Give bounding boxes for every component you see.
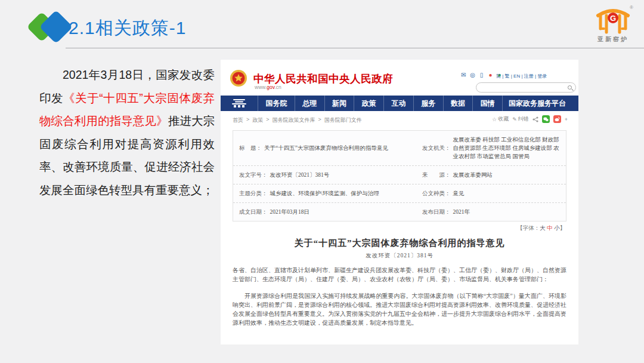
slide-body-text: 2021年3月18日，国家发改委印发《关于“十四五”大宗固体废弃物综合利用的指导… [39, 63, 215, 201]
font-size-medium-button[interactable]: 中 [547, 225, 553, 231]
language-login-links[interactable]: 简 | 繁 | EN | 注册 | 登录 [496, 73, 547, 79]
document-paragraph-recipients: 各省、自治区、直辖市及计划单列市、新疆生产建设兵团发展改革委、科技厅（委）、工信… [233, 266, 566, 284]
nav-item-guowuyuan[interactable]: 国务院 [258, 96, 295, 111]
rss-icon[interactable]: ◎ [469, 72, 476, 78]
font-size-large-button[interactable]: 大 [540, 225, 546, 231]
nav-item-hudong[interactable]: 互动 [383, 96, 413, 111]
nav-item-zongli[interactable]: 总理 [295, 96, 324, 111]
company-logo-text: 亚新窑炉 [589, 35, 637, 44]
meta-value: 关于“十四五”大宗固体废弃物综合利用的指导意见 [264, 144, 388, 152]
meta-label: 标 题： [239, 144, 262, 152]
title-divider [66, 48, 644, 48]
meta-label: 来 源： [422, 171, 451, 179]
meta-label: 发文机关： [422, 144, 451, 152]
nav-item-zhengwu-platform[interactable]: 国家政务服务平台 [502, 96, 578, 111]
kiln-logo-icon: G [595, 5, 631, 35]
meta-value: 2021年03月18日 [270, 208, 310, 216]
wechat-share-icon[interactable] [542, 115, 550, 123]
search-input[interactable] [481, 84, 565, 91]
tiananmen-home-icon[interactable] [221, 96, 258, 111]
page-tools: ☆收藏 ✎纠错 + [492, 115, 568, 123]
meta-row-category: 主题分类：城乡建设、环境保护\环境监测、保护与治理 公文种类：意见 [233, 184, 566, 203]
registered-mark: ® [630, 5, 633, 10]
correction-button[interactable]: ✎纠错 [512, 115, 529, 123]
nav-item-xinwen[interactable]: 新闻 [324, 96, 354, 111]
nav-item-zhengce[interactable]: 政策 [354, 96, 383, 111]
meta-value: 意见 [453, 189, 464, 198]
meta-label: 公文种类： [422, 189, 451, 198]
font-size-small-button[interactable]: 小 [554, 225, 560, 231]
meta-value: 2021年 [453, 208, 470, 216]
favorite-button[interactable]: ☆收藏 [492, 115, 509, 123]
meta-row-number: 发文字号：发改环资〔2021〕381号 来 源：发展改革委网站 [233, 166, 566, 184]
slide: 2.1相关政策-1 ® G 亚新窑炉 2021年3月18日，国家发改委印发《关于… [0, 0, 644, 363]
font-size-widget: 【字体：大 中 小】 [517, 224, 565, 232]
meta-value: 发改环资〔2021〕381号 [270, 171, 330, 179]
meta-value: 发展改革委网站 [453, 171, 493, 179]
site-search [476, 82, 576, 93]
national-emblem-icon [230, 69, 247, 87]
page-title: 2.1相关政策-1 [69, 16, 186, 41]
breadcrumb: 首页 > 政策 > 国务院政策文件库 > 国务院部门文件 [233, 116, 362, 124]
company-logo: ® G 亚新窑炉 [589, 5, 637, 47]
star-icon: ☆ [492, 116, 497, 122]
nav-item-guoqing[interactable]: 国情 [472, 96, 502, 111]
meta-value: 城乡建设、环境保护\环境监测、保护与治理 [270, 189, 379, 198]
weibo-share-icon[interactable] [553, 115, 561, 123]
nav-item-shuju[interactable]: 数据 [443, 96, 473, 111]
gov-website-screenshot: 中华人民共和国中央人民政府 www.gov.cn ✉ ◎ ▯ ● ● 简 | 繁… [221, 60, 578, 344]
search-icon[interactable] [568, 85, 572, 90]
nav-item-fuwu[interactable]: 服务 [413, 96, 443, 111]
document-meta-table: 标 题：关于“十四五”大宗固体废弃物综合利用的指导意见 发文机关：发展改革委 科… [233, 130, 566, 222]
breadcrumb-library[interactable]: 国务院政策文件库 [273, 116, 315, 124]
meta-row-date: 成文日期：2021年03月18日 发布日期：2021年 [233, 203, 566, 221]
svg-text:G: G [610, 14, 616, 23]
meta-row-title: 标 题：关于“十四五”大宗固体废弃物综合利用的指导意见 发文机关：发展改革委 科… [233, 131, 566, 166]
breadcrumb-home[interactable]: 首页 [233, 116, 243, 124]
meta-label: 成文日期： [239, 208, 268, 216]
mail-icon[interactable]: ✉ [460, 72, 467, 78]
document-title: 关于“十四五”大宗固体废弃物综合利用的指导意见 [221, 238, 578, 249]
document-paragraph-intro: 开展资源综合利用是我国深入实施可持续发展战略的重要内容。大宗固体废弃物（以下简称… [233, 291, 566, 327]
weibo-icon[interactable]: ● [487, 72, 494, 78]
meta-value: 发展改革委 科技部 工业和信息化部 财政部 自然资源部 生态环境部 住房城乡建设… [453, 136, 560, 161]
breadcrumb-current: 国务院部门文件 [324, 116, 362, 124]
document-number: 发改环资〔2021〕381号 [221, 252, 578, 260]
share-icon[interactable] [532, 116, 538, 122]
gov-nav-bar: 国务院 总理 新闻 政策 互动 服务 数据 国情 国家政务服务平台 [221, 96, 578, 111]
gov-header: 中华人民共和国中央人民政府 www.gov.cn ✉ ◎ ▯ ● ● 简 | 繁… [221, 60, 578, 96]
site-url: www.gov.cn [255, 84, 281, 90]
meta-label: 发文字号： [239, 171, 268, 179]
breadcrumb-row: 首页 > 政策 > 国务院政策文件库 > 国务院部门文件 ☆收藏 ✎纠错 [221, 111, 578, 129]
pencil-icon: ✎ [512, 116, 517, 122]
mobile-icon[interactable]: ▯ [478, 72, 485, 78]
more-share-button[interactable]: + [565, 116, 568, 122]
breadcrumb-policy[interactable]: 政策 [252, 116, 263, 124]
meta-label: 主题分类： [239, 189, 268, 198]
meta-label: 发布日期： [422, 208, 451, 216]
